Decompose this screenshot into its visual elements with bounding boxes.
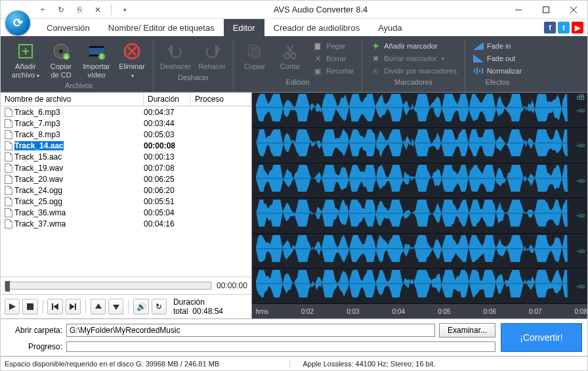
split-markers-button: ⎋Dividir por marcadores	[368, 65, 459, 77]
db-value: -oo	[576, 212, 585, 219]
waveform-track[interactable]: -oo	[252, 234, 587, 269]
tab-help[interactable]: Ayuda	[369, 19, 411, 36]
waveform-area[interactable]: dB -oo-oo-oo-oo-oo-oo	[252, 93, 587, 304]
import-video-button[interactable]: Importar vídeo	[81, 40, 112, 80]
add-marker-button[interactable]: ✚Añadir marcador	[368, 40, 440, 52]
waveform-track[interactable]: -oo	[252, 128, 587, 164]
svg-rect-26	[476, 68, 478, 74]
fade-out-button[interactable]: Fade out	[471, 53, 518, 64]
file-icon	[5, 152, 12, 162]
table-row[interactable]: Track_6.mp300:04:37	[1, 106, 251, 118]
table-row[interactable]: Track_37.wma00:04:16	[1, 218, 251, 229]
tick: 0:06	[484, 308, 496, 315]
qa-refresh-icon[interactable]: ↻	[56, 5, 66, 15]
stop-button[interactable]	[22, 299, 37, 315]
table-row[interactable]: Track_19.wav00:07:08	[1, 162, 251, 173]
progress-label: Progreso:	[6, 342, 62, 351]
statusbar: Espacio disponible/requerido en el disco…	[1, 356, 587, 370]
svg-marker-24	[473, 55, 484, 62]
qa-import-icon[interactable]: ⎘	[74, 5, 85, 15]
status-format: Apple Lossless: 44100 Hz; Stereo; 16 bit…	[289, 360, 588, 368]
table-row[interactable]: Track_25.ogg00:05:51	[1, 196, 251, 207]
youtube-icon[interactable]: ▶	[572, 22, 583, 33]
tick: 0:03	[346, 308, 359, 315]
col-duration[interactable]: Duración	[144, 93, 191, 106]
group-effects-label: Efectos	[486, 78, 510, 87]
normalize-button[interactable]: Normalizar	[471, 65, 524, 77]
svg-rect-25	[474, 69, 475, 73]
col-process[interactable]: Proceso	[191, 93, 251, 106]
qa-plus-icon[interactable]: ＋	[37, 5, 48, 15]
facebook-icon[interactable]: f	[544, 22, 556, 33]
erase-button: ✕Borrar	[310, 53, 349, 64]
timeline[interactable]: hms 0:02 0:03 0:04 0:05 0:06 0:07 0:08	[252, 304, 587, 318]
status-disk: Espacio disponible/requerido en el disco…	[1, 360, 289, 368]
add-marker-label: Añadir marcador	[384, 42, 437, 50]
twitter-icon[interactable]: t	[558, 22, 570, 33]
table-row[interactable]: Track_15.aac00:00:13	[1, 151, 251, 162]
qa-close-icon[interactable]: ✕	[93, 5, 103, 15]
svg-rect-31	[52, 303, 53, 310]
add-file-button[interactable]: Añadir archivo▾	[10, 40, 41, 80]
tick: 0:02	[301, 308, 314, 315]
waveform-track[interactable]: -oo	[252, 198, 587, 234]
col-name[interactable]: Nombre de archivo	[1, 93, 144, 106]
svg-rect-27	[479, 70, 480, 72]
tab-editor[interactable]: Editor	[224, 19, 264, 36]
paste-label: Pegar	[326, 42, 345, 50]
trim-button: ▣Recortar	[310, 65, 356, 77]
delete-button[interactable]: Eliminar▾	[116, 40, 148, 80]
waveform-track[interactable]: -oo	[252, 269, 587, 304]
move-up-button[interactable]	[91, 299, 106, 315]
fade-in-button[interactable]: Fade in	[471, 40, 514, 52]
svg-rect-11	[89, 46, 104, 48]
copy-cd-button[interactable]: Copiar de CD	[45, 40, 77, 80]
table-row[interactable]: Track_24.ogg00:06:20	[1, 185, 251, 196]
minimize-button[interactable]	[505, 1, 532, 19]
del-marker-label: Borrar marcador	[384, 55, 436, 62]
browse-button[interactable]: Examinar...	[439, 323, 495, 338]
redo-label: Rehacer	[198, 62, 226, 71]
tab-conversion[interactable]: Conversión	[37, 19, 99, 36]
svg-rect-34	[75, 303, 76, 310]
playback-controls: 🔊 ↻ Duración total 00:48:54	[1, 294, 251, 318]
convert-button[interactable]: ¡Convertir!	[501, 323, 582, 352]
waveform-track[interactable]: -oo	[252, 164, 587, 199]
redo-button: Rehacer	[196, 40, 228, 72]
repeat-button[interactable]: ↻	[152, 299, 167, 315]
copy-label: Copiar	[244, 62, 265, 71]
add-file-label: Añadir archivo	[12, 62, 36, 79]
next-track-button[interactable]	[66, 299, 81, 315]
undo-label: Deshacer	[160, 62, 191, 71]
group-files-label: Archivos	[65, 81, 93, 91]
close-button[interactable]	[560, 1, 587, 19]
tab-tags[interactable]: Nombre/ Editor de etiquetas	[99, 19, 224, 36]
tab-audiobooks[interactable]: Creador de audiolibros	[264, 19, 369, 36]
table-row[interactable]: Track_7.mp300:03:44	[1, 118, 251, 129]
db-value: -oo	[576, 283, 585, 290]
db-value: -oo	[576, 177, 585, 184]
open-folder-input[interactable]	[66, 324, 435, 337]
timeline-unit: hms	[256, 308, 268, 315]
svg-marker-32	[53, 303, 58, 310]
undo-button: Deshacer	[159, 40, 192, 72]
table-row[interactable]: Track_8.mp300:05:03	[1, 129, 251, 140]
prev-track-button[interactable]	[47, 299, 62, 315]
file-list-header: Nombre de archivo Duración Proceso	[1, 93, 251, 106]
qa-dropdown-icon[interactable]: ▾	[119, 5, 130, 15]
waveform-track[interactable]: -oo	[252, 93, 587, 128]
svg-point-8	[59, 49, 63, 53]
move-down-button[interactable]	[108, 299, 123, 315]
main-tabs: Conversión Nombre/ Editor de etiquetas E…	[1, 19, 587, 36]
file-icon	[5, 141, 12, 150]
svg-rect-1	[543, 7, 549, 12]
volume-button[interactable]: 🔊	[133, 299, 148, 315]
table-row[interactable]: Track_14.aac00:00:08	[1, 140, 251, 151]
table-row[interactable]: Track_36.wma00:05:04	[1, 207, 251, 218]
scrub-slider[interactable]	[5, 282, 211, 290]
maximize-button[interactable]	[532, 1, 560, 19]
cut-label: Cortar	[280, 62, 301, 71]
play-button[interactable]	[5, 299, 20, 315]
file-list[interactable]: Track_6.mp300:04:37Track_7.mp300:03:44Tr…	[1, 106, 251, 276]
table-row[interactable]: Track_20.wav00:06:25	[1, 173, 251, 185]
